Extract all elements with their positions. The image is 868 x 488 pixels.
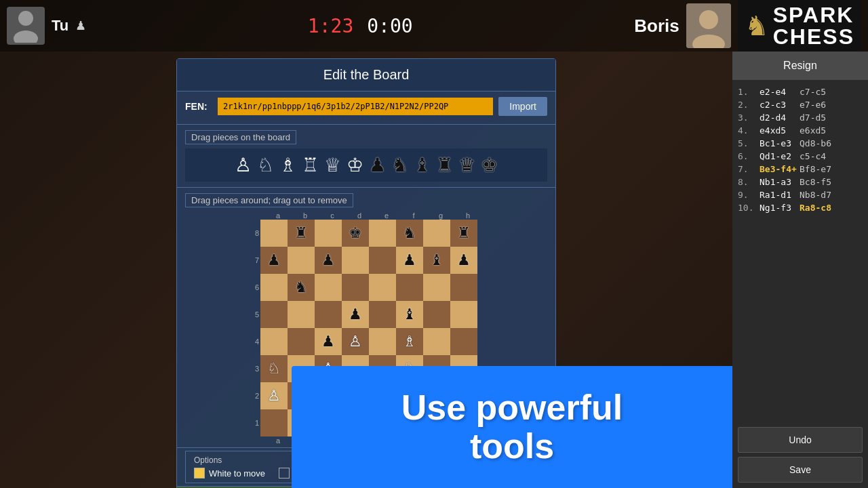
board-cell[interactable]: ♞ xyxy=(288,274,315,301)
timer-right: 0:00 xyxy=(367,15,412,37)
palette-piece-icon[interactable]: ♛ xyxy=(458,154,475,176)
app-title-block: SPARK CHESS xyxy=(773,4,854,47)
promo-line1: Use powerful xyxy=(401,388,623,427)
timer-left: 1:23 xyxy=(308,15,353,37)
black-to-move-checkbox[interactable] xyxy=(279,468,290,479)
board-row-label: 7 xyxy=(255,247,259,274)
board-cell[interactable]: ♞ xyxy=(396,220,423,247)
board-col-label: d xyxy=(346,211,373,220)
right-sidebar: Resign 1.e2-e4c7-c52.c2-c3e7-e63.d2-d4d7… xyxy=(732,52,868,488)
board-cell[interactable] xyxy=(423,220,450,247)
move-black: Nb8-d7 xyxy=(800,190,837,200)
drag-pieces-label: Drag pieces on the board xyxy=(185,130,296,144)
palette-piece-icon[interactable]: ♜ xyxy=(436,154,453,176)
board-cell[interactable]: ♙ xyxy=(260,382,288,409)
board-cell[interactable] xyxy=(369,328,396,355)
palette-piece-icon[interactable]: ♖ xyxy=(302,154,319,176)
move-white: c2-c3 xyxy=(760,100,797,110)
board-cell[interactable]: ♟ xyxy=(342,301,369,328)
player-right: Boris ♞ SPARK CHESS xyxy=(634,0,868,52)
board-cell[interactable] xyxy=(260,274,288,301)
board-cell[interactable] xyxy=(450,301,477,328)
board-cell[interactable]: ♚ xyxy=(342,220,369,247)
move-row: 3.d2-d4d7-d5 xyxy=(738,111,863,124)
move-row: 1.e2-e4c7-c5 xyxy=(738,85,863,98)
move-number: 5. xyxy=(738,138,757,148)
palette-piece-icon[interactable]: ♔ xyxy=(347,154,363,176)
undo-button[interactable]: Undo xyxy=(738,427,863,453)
move-white: e4xd5 xyxy=(760,125,797,136)
board-cell[interactable] xyxy=(288,247,315,274)
board-cell[interactable] xyxy=(288,301,315,328)
board-cell[interactable]: ♟ xyxy=(260,247,288,274)
board-cell[interactable]: ♘ xyxy=(260,355,288,382)
board-cell[interactable]: ♟ xyxy=(315,247,342,274)
board-cell[interactable]: ♟ xyxy=(450,247,477,274)
board-cell[interactable] xyxy=(260,409,288,436)
resign-button[interactable]: Resign xyxy=(732,52,868,80)
avatar-left-icon xyxy=(12,9,39,43)
board-cell[interactable]: ♟ xyxy=(315,328,342,355)
drag-pieces-section: Drag pieces on the board ♙♘♗♖♕♔♟♞♝♜♛♚ xyxy=(177,125,555,188)
white-to-move-option[interactable]: White to move xyxy=(194,468,265,479)
piece-palette: ♙♘♗♖♕♔♟♞♝♜♛♚ xyxy=(185,148,547,182)
sidebar-bottom: Undo Save xyxy=(732,422,868,488)
board-cell[interactable] xyxy=(423,301,450,328)
palette-piece-icon[interactable]: ♝ xyxy=(414,154,431,176)
palette-piece-icon[interactable]: ♟ xyxy=(369,154,386,176)
board-cell[interactable] xyxy=(369,247,396,274)
palette-piece-icon[interactable]: ♚ xyxy=(481,154,498,176)
palette-piece-icon[interactable]: ♗ xyxy=(279,154,296,176)
board-cell[interactable] xyxy=(342,274,369,301)
palette-piece-icon[interactable]: ♙ xyxy=(235,154,252,176)
move-number: 10. xyxy=(738,203,757,213)
board-cell[interactable] xyxy=(369,274,396,301)
board-cell[interactable] xyxy=(315,301,342,328)
palette-piece-icon[interactable]: ♕ xyxy=(324,154,341,176)
move-white: Be3-f4+ xyxy=(760,164,797,174)
move-number: 8. xyxy=(738,177,757,187)
board-cell[interactable]: ♗ xyxy=(396,328,423,355)
board-cell[interactable] xyxy=(450,328,477,355)
move-black: c5-c4 xyxy=(800,151,837,161)
board-cell[interactable] xyxy=(396,274,423,301)
fen-input[interactable] xyxy=(218,98,493,115)
moves-list: 1.e2-e4c7-c52.c2-c3e7-e63.d2-d4d7-d54.e4… xyxy=(732,80,868,422)
board-col-label: h xyxy=(454,211,481,220)
board-cell[interactable]: ♜ xyxy=(288,220,315,247)
move-number: 4. xyxy=(738,125,757,136)
board-cell[interactable] xyxy=(450,274,477,301)
board-labels-top: abcdefgh xyxy=(264,211,481,220)
move-white: d2-d4 xyxy=(760,113,797,123)
svg-point-1 xyxy=(14,30,38,43)
move-white: Bc1-e3 xyxy=(760,138,797,148)
board-cell[interactable] xyxy=(260,328,288,355)
move-black: Bf8-e7 xyxy=(800,164,837,174)
board-cell[interactable] xyxy=(315,220,342,247)
board-cell[interactable] xyxy=(369,220,396,247)
board-cell[interactable]: ♟ xyxy=(396,247,423,274)
move-number: 1. xyxy=(738,87,757,97)
board-cell[interactable]: ♝ xyxy=(423,247,450,274)
board-cell[interactable] xyxy=(288,328,315,355)
import-button[interactable]: Import xyxy=(498,97,547,116)
player-right-name: Boris xyxy=(634,16,679,37)
palette-piece-icon[interactable]: ♞ xyxy=(391,154,408,176)
board-cell[interactable] xyxy=(369,301,396,328)
player-left: Tu ♟ xyxy=(0,7,86,45)
board-cell[interactable] xyxy=(423,274,450,301)
save-button[interactable]: Save xyxy=(738,457,863,483)
board-col-label: a xyxy=(264,436,292,445)
board-cell[interactable] xyxy=(315,274,342,301)
board-cell[interactable] xyxy=(342,247,369,274)
board-col-label: a xyxy=(264,211,292,220)
board-cell[interactable]: ♝ xyxy=(396,301,423,328)
board-cell[interactable]: ♙ xyxy=(342,328,369,355)
board-cell[interactable] xyxy=(260,301,288,328)
board-cell[interactable] xyxy=(260,220,288,247)
palette-piece-icon[interactable]: ♘ xyxy=(257,154,274,176)
board-cell[interactable] xyxy=(423,328,450,355)
board-cell[interactable]: ♜ xyxy=(450,220,477,247)
board-col-label: g xyxy=(427,211,454,220)
white-to-move-checkbox[interactable] xyxy=(194,468,205,479)
